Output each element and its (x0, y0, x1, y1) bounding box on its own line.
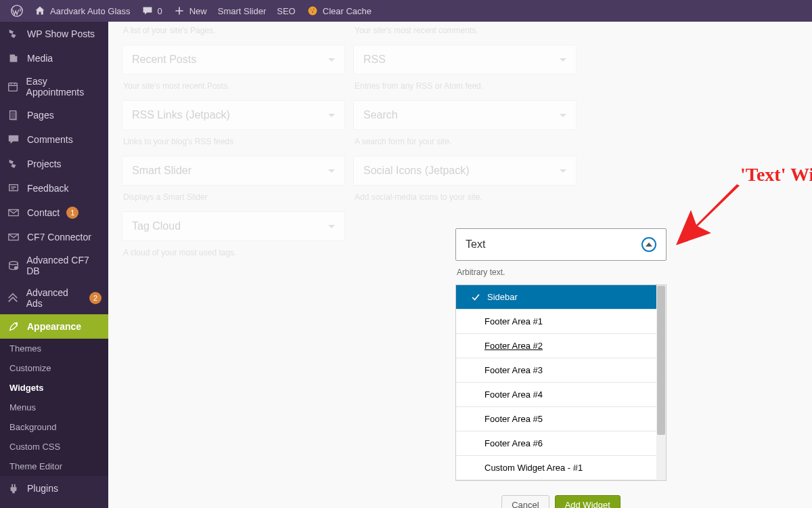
sidebar-item-feedback[interactable]: Feedback (0, 176, 108, 200)
sidebar-item-contact[interactable]: Contact1 (0, 200, 108, 225)
submenu-item-widgets[interactable]: Widgets (0, 378, 108, 398)
sidebar-item-appearance[interactable]: Appearance (0, 314, 108, 339)
scrollbar-thumb[interactable] (657, 286, 665, 435)
chevron-down-icon (560, 58, 566, 62)
chevron-up-icon (641, 237, 656, 252)
menu-icon (7, 51, 20, 65)
main-content: A list of your site's Pages.Recent Posts… (108, 22, 812, 508)
chevron-down-icon (328, 114, 335, 117)
check-icon (471, 293, 480, 302)
area-footer-area-3[interactable]: Footer Area #3 (456, 358, 666, 383)
widget-search[interactable]: Search (353, 100, 577, 130)
annotation-arrow: 'Text' Widget (676, 157, 757, 248)
menu-icon (7, 320, 20, 333)
widget-desc: A cloud of your most used tags. (122, 244, 345, 267)
sidebar-item-projects[interactable]: Projects (0, 152, 108, 176)
widget-title: Text (466, 238, 485, 251)
area-sidebar[interactable]: Sidebar (456, 285, 666, 310)
menu-icon (7, 133, 20, 146)
submenu-item-menus[interactable]: Menus (0, 398, 108, 417)
wp-logo[interactable] (5, 0, 28, 22)
comments-link[interactable]: 0 (136, 0, 168, 22)
widget-desc: Links to your blog's RSS feeds (122, 133, 345, 156)
widget-desc: Arbitrary text. (455, 263, 667, 287)
home-icon (34, 5, 46, 17)
sidebar-item-advanced-cf7-db[interactable]: Advanced CF7 DB (0, 249, 108, 282)
svg-point-3 (313, 9, 314, 10)
widget-desc: Add social-media icons to your site. (353, 188, 577, 211)
submenu-item-custom-css[interactable]: Custom CSS (0, 437, 108, 457)
cache-icon (307, 5, 319, 17)
submenu-item-customize[interactable]: Customize (0, 358, 108, 378)
svg-rect-7 (11, 112, 17, 121)
annotation-label: 'Text' Widget (740, 164, 812, 186)
chevron-down-icon (560, 169, 566, 173)
svg-point-4 (312, 12, 313, 13)
chevron-down-icon (328, 169, 335, 173)
seo-link[interactable]: SEO (271, 0, 300, 22)
area-footer-area-6[interactable]: Footer Area #6 (456, 431, 666, 456)
sidebar-item-cf7-connector[interactable]: CF7 Connector (0, 225, 108, 249)
sidebar-item-media[interactable]: Media (0, 46, 108, 70)
clear-cache-link[interactable]: Clear Cache (301, 0, 377, 22)
area-footer-area-1[interactable]: Footer Area #1 (456, 310, 666, 334)
svg-rect-5 (9, 83, 18, 91)
area-footer-area-2[interactable]: Footer Area #2 (456, 334, 666, 358)
area-footer-area-4[interactable]: Footer Area #4 (456, 383, 666, 407)
widget-rss-links-jetpack-[interactable]: RSS Links (Jetpack) (122, 100, 345, 130)
badge: 2 (89, 292, 102, 304)
widget-social-icons-jetpack-[interactable]: Social Icons (Jetpack) (353, 156, 577, 186)
menu-icon (7, 80, 20, 93)
comment-icon (141, 5, 154, 17)
menu-icon (7, 482, 20, 495)
widget-rss[interactable]: RSS (353, 45, 577, 75)
widget-desc: Displays a Smart Slider (122, 188, 345, 211)
menu-icon (7, 230, 20, 244)
cancel-button[interactable]: Cancel (501, 495, 549, 508)
widget-desc: Your site's most recent comments. (353, 22, 577, 45)
svg-point-1 (308, 7, 317, 16)
submenu-item-background[interactable]: Background (0, 417, 108, 437)
widget-tag-cloud[interactable]: Tag Cloud (122, 211, 345, 241)
site-name-link[interactable]: Aardvark Auto Glass (28, 0, 136, 22)
new-label: New (189, 6, 207, 16)
admin-sidebar: WP Show PostsMediaEasy AppointmentsPages… (0, 22, 108, 508)
new-link[interactable]: New (168, 0, 212, 22)
submenu-item-theme-editor[interactable]: Theme Editor (0, 457, 108, 476)
svg-point-11 (9, 261, 18, 265)
menu-icon (7, 182, 20, 195)
smart-slider-link[interactable]: Smart Slider (212, 0, 272, 22)
area-footer-area-5[interactable]: Footer Area #5 (456, 407, 666, 431)
menu-icon (7, 206, 20, 219)
widget-desc: Entries from any RSS or Atom feed. (353, 77, 577, 100)
sidebar-item-comments[interactable]: Comments (0, 127, 108, 152)
menu-icon (7, 291, 20, 305)
menu-icon (7, 108, 20, 122)
svg-rect-8 (9, 185, 18, 191)
sidebar-item-users[interactable]: Users (0, 501, 108, 508)
widget-desc: A list of your site's Pages. (122, 22, 345, 45)
widget-text[interactable]: Text (455, 228, 667, 261)
sidebar-item-advanced-ads[interactable]: Advanced Ads2 (0, 282, 108, 314)
admin-bar: Aardvark Auto Glass 0 New Smart Slider S… (0, 0, 812, 22)
badge: 1 (66, 207, 78, 219)
scrollbar[interactable] (656, 285, 666, 480)
menu-icon (7, 157, 20, 171)
sidebar-item-plugins[interactable]: Plugins (0, 476, 108, 501)
menu-icon (7, 259, 20, 272)
submenu-item-themes[interactable]: Themes (0, 339, 108, 358)
widget-smart-slider[interactable]: Smart Slider (122, 156, 345, 186)
wordpress-icon (11, 5, 23, 17)
area-custom-widget-area-1[interactable]: Custom Widget Area - #1 (456, 456, 666, 480)
sidebar-item-pages[interactable]: Pages (0, 103, 108, 127)
add-widget-button[interactable]: Add Widget (555, 495, 621, 508)
comments-count: 0 (158, 6, 162, 16)
chevron-down-icon (328, 58, 335, 62)
widget-recent-posts[interactable]: Recent Posts (122, 45, 345, 75)
widget-desc: A search form for your site. (353, 133, 577, 156)
menu-icon (7, 27, 20, 41)
sidebar-item-easy-appointments[interactable]: Easy Appointments (0, 70, 108, 103)
plus-icon (173, 5, 185, 17)
chevron-down-icon (560, 114, 566, 117)
sidebar-item-wp-show-posts[interactable]: WP Show Posts (0, 22, 108, 46)
